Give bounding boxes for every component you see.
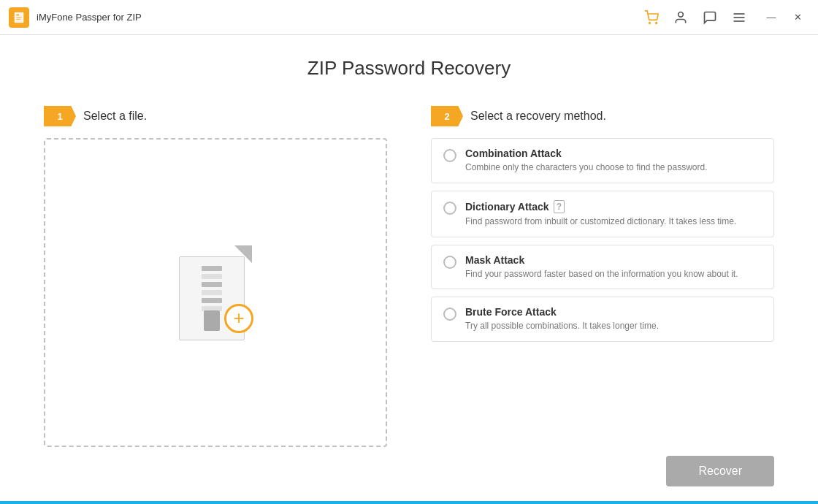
svg-rect-3 — [16, 18, 20, 19]
app-logo — [9, 7, 29, 28]
method-dictionary[interactable]: Dictionary Attack ? Find password from i… — [431, 191, 774, 237]
svg-point-5 — [656, 22, 657, 23]
page-title: ZIP Password Recovery — [44, 57, 774, 80]
recovery-method-list: Combination Attack Combine only the char… — [431, 138, 774, 342]
recover-button[interactable]: Recover — [666, 456, 774, 486]
method-mask[interactable]: Mask Attack Find your password faster ba… — [431, 245, 774, 290]
two-columns-layout: 1 Select a file. — [44, 106, 774, 447]
title-bar: iMyFone Passper for ZIP — [0, 0, 818, 35]
radio-mask[interactable] — [443, 256, 456, 269]
bottom-accent-bar — [0, 501, 818, 504]
menu-icon[interactable] — [730, 9, 748, 26]
radio-dictionary[interactable] — [443, 202, 456, 215]
user-icon[interactable] — [672, 9, 689, 26]
radio-combination[interactable] — [443, 149, 456, 162]
title-bar-icons — [643, 9, 748, 26]
main-content: ZIP Password Recovery 1 Select a file. — [0, 35, 818, 501]
step1-label: 1 Select a file. — [44, 106, 387, 126]
add-file-button[interactable]: + — [224, 304, 253, 333]
method-bruteforce[interactable]: Brute Force Attack Try all possible comb… — [431, 297, 774, 342]
method-dictionary-info: Dictionary Attack ? Find password from i… — [465, 200, 762, 228]
method-mask-desc: Find your password faster based on the i… — [465, 268, 762, 280]
window-controls: — ✕ — [760, 6, 809, 29]
app-title: iMyFone Passper for ZIP — [37, 12, 643, 23]
step2-text: Select a recovery method. — [470, 110, 606, 123]
svg-point-6 — [679, 12, 684, 17]
method-combination-name: Combination Attack — [465, 148, 762, 159]
radio-bruteforce[interactable] — [443, 308, 456, 321]
close-button[interactable]: ✕ — [786, 6, 809, 29]
method-combination-info: Combination Attack Combine only the char… — [465, 148, 762, 174]
chat-icon[interactable] — [701, 9, 719, 26]
file-drop-area[interactable]: + — [44, 138, 387, 447]
right-column: 2 Select a recovery method. Combination … — [431, 106, 774, 447]
cart-icon[interactable] — [643, 9, 660, 26]
step2-label: 2 Select a recovery method. — [431, 106, 774, 126]
svg-point-4 — [649, 22, 651, 23]
method-combination[interactable]: Combination Attack Combine only the char… — [431, 138, 774, 183]
method-dictionary-desc: Find password from inbuilt or customized… — [465, 215, 762, 228]
minimize-button[interactable]: — — [760, 6, 783, 29]
method-bruteforce-name: Brute Force Attack — [465, 306, 762, 318]
method-bruteforce-info: Brute Force Attack Try all possible comb… — [465, 306, 762, 332]
step1-text: Select a file. — [83, 110, 147, 123]
method-mask-name: Mask Attack — [465, 254, 762, 266]
method-mask-info: Mask Attack Find your password faster ba… — [465, 254, 762, 280]
bottom-bar: Recover — [44, 447, 774, 486]
method-combination-desc: Combine only the characters you choose t… — [465, 161, 762, 174]
step2-badge: 2 — [431, 106, 463, 126]
left-column: 1 Select a file. — [44, 106, 387, 447]
svg-rect-2 — [16, 17, 21, 18]
svg-rect-1 — [16, 14, 19, 15]
method-dictionary-name: Dictionary Attack ? — [465, 200, 762, 213]
step1-badge: 1 — [44, 106, 76, 126]
dictionary-help-icon[interactable]: ? — [554, 200, 565, 213]
zip-file-icon: + — [179, 245, 252, 340]
method-bruteforce-desc: Try all possible combinations. It takes … — [465, 320, 762, 332]
